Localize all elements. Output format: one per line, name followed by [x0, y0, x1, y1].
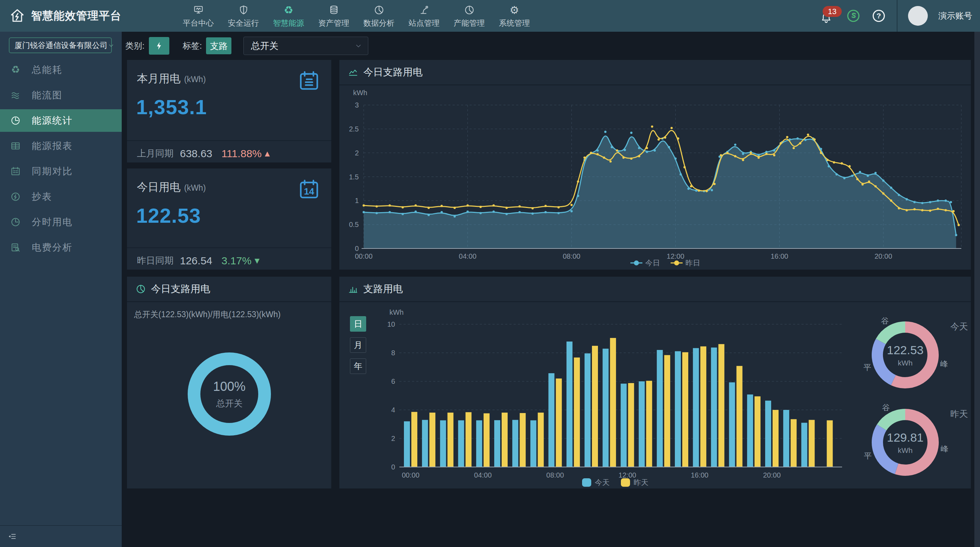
- svg-text:峰: 峰: [941, 444, 948, 453]
- meter-icon: [10, 191, 21, 202]
- svg-text:16:00: 16:00: [770, 252, 788, 260]
- today-branch-line-card: 今日支路用电 00.511.522.53kWh00:0004:0008:0012…: [339, 60, 971, 270]
- svg-text:kWh: kWh: [898, 446, 913, 454]
- nav-item-5[interactable]: 站点管理: [401, 0, 447, 32]
- monitor-icon: [193, 3, 204, 17]
- period-button-0[interactable]: 日: [350, 316, 366, 331]
- svg-text:122.53: 122.53: [887, 343, 924, 357]
- tag-branch-button[interactable]: 支路: [206, 37, 231, 54]
- branch-usage-bar-card: 支路用电 日月年 0246810kWh00:0004:0008:0012:001…: [339, 277, 971, 488]
- card-title: 今日支路用电: [151, 282, 210, 296]
- nav-item-2[interactable]: ♻智慧能源: [266, 0, 311, 32]
- category-electric-button[interactable]: [149, 37, 169, 55]
- svg-text:昨日: 昨日: [686, 259, 700, 267]
- chevron-down-icon: [355, 42, 362, 50]
- sidebar-item-0[interactable]: ♻总能耗: [0, 59, 122, 81]
- svg-text:kWh: kWh: [898, 359, 913, 367]
- avatar[interactable]: [908, 6, 928, 26]
- svg-text:100%: 100%: [213, 379, 245, 394]
- notification-badge: 13: [822, 6, 842, 17]
- compare-label: 上月同期: [137, 147, 173, 160]
- svg-text:00:00: 00:00: [355, 252, 372, 260]
- svg-text:0: 0: [391, 463, 395, 471]
- scrollbar[interactable]: [974, 32, 980, 547]
- svg-text:12:00: 12:00: [619, 471, 636, 479]
- lightning-icon: [154, 41, 164, 51]
- nav-item-1[interactable]: 安全运行: [221, 0, 266, 32]
- svg-text:今天: 今天: [950, 322, 968, 331]
- day-usage-value: 122.53: [136, 204, 201, 227]
- line-chart-icon: [348, 67, 358, 78]
- donut-subtitle: 总开关(122.53)(kWh)/用电(122.53)(kWh): [134, 309, 280, 320]
- sidebar-item-7[interactable]: 电费分析: [0, 236, 122, 259]
- svg-text:0: 0: [355, 244, 359, 252]
- svg-text:3: 3: [355, 101, 359, 109]
- gear-icon: ⚙: [510, 3, 519, 17]
- pie-chart-icon: [135, 284, 146, 294]
- sidebar-collapse-button[interactable]: [0, 525, 122, 547]
- percent-down: 3.17%▼: [221, 255, 261, 267]
- recycle-icon: ♻: [10, 64, 21, 75]
- svg-text:8: 8: [391, 349, 395, 357]
- calendar-14-icon: 14: [298, 178, 321, 201]
- today-branch-donut-card: 今日支路用电 总开关(122.53)(kWh)/用电(122.53)(kWh) …: [127, 277, 331, 488]
- svg-text:00:00: 00:00: [402, 471, 420, 479]
- topbar-divider: [897, 0, 897, 32]
- company-select[interactable]: 厦门锐谷通信设备有限公司: [9, 37, 112, 53]
- shield-icon: [238, 3, 249, 17]
- tag-label: 标签:: [183, 40, 202, 51]
- sidebar: 厦门锐谷通信设备有限公司 ♻总能耗能流图能源统计能源报表同期对比抄表分时用电电费…: [0, 32, 122, 547]
- period-button-2[interactable]: 年: [350, 358, 366, 374]
- sidebar-item-5[interactable]: 抄表: [0, 186, 122, 208]
- svg-text:4: 4: [391, 406, 395, 414]
- top-navigation: 平台中心安全运行♻智慧能源资产管理数据分析站点管理产能管理⚙系统管理: [176, 0, 537, 32]
- robot-arm-icon: [419, 3, 430, 17]
- percent-up: 111.88%▲: [221, 147, 272, 160]
- sidebar-item-2[interactable]: 能源统计: [0, 109, 122, 132]
- svg-text:08:00: 08:00: [563, 252, 580, 260]
- svg-text:2.5: 2.5: [349, 125, 359, 133]
- svg-text:6: 6: [391, 377, 395, 385]
- nav-item-3[interactable]: 资产管理: [311, 0, 356, 32]
- card-unit: (kWh): [184, 75, 206, 84]
- calendar-list-icon: [298, 69, 321, 92]
- clock-pie-icon: [10, 216, 21, 228]
- nav-item-7[interactable]: ⚙系统管理: [492, 0, 537, 32]
- card-unit: (kWh): [184, 183, 206, 193]
- nav-item-0[interactable]: 平台中心: [176, 0, 221, 32]
- sidebar-item-3[interactable]: 能源报表: [0, 135, 122, 157]
- card-title: 支路用电: [363, 282, 403, 296]
- nav-item-6[interactable]: 产能管理: [447, 0, 492, 32]
- svg-text:昨天: 昨天: [633, 478, 648, 487]
- sidebar-item-1[interactable]: 能流图: [0, 84, 122, 106]
- total-switch-donut-chart: 100%总开关: [127, 302, 331, 488]
- month-usage-value: 1,353.1: [136, 95, 207, 119]
- svg-text:12:00: 12:00: [667, 252, 684, 260]
- help-icon[interactable]: ?: [871, 8, 886, 23]
- user-name[interactable]: 演示账号: [939, 10, 972, 22]
- svg-text:14: 14: [304, 186, 314, 197]
- app-title: 智慧能效管理平台: [31, 8, 121, 23]
- sidebar-item-6[interactable]: 分时用电: [0, 211, 122, 233]
- svg-text:16:00: 16:00: [691, 471, 708, 479]
- svg-text:今日: 今日: [645, 259, 660, 267]
- svg-text:昨天: 昨天: [950, 409, 968, 419]
- branch-select[interactable]: 总开关: [243, 36, 368, 55]
- today-branch-line-chart: 00.511.522.53kWh00:0004:0008:0012:0016:0…: [339, 85, 971, 270]
- svg-text:04:00: 04:00: [459, 252, 477, 260]
- home-bolt-icon: [9, 8, 25, 24]
- topbar: 智慧能效管理平台 平台中心安全运行♻智慧能源资产管理数据分析站点管理产能管理⚙系…: [0, 0, 980, 32]
- svg-text:平: 平: [864, 363, 871, 372]
- nav-item-4[interactable]: 数据分析: [356, 0, 401, 32]
- card-title: 今日支路用电: [363, 65, 423, 79]
- svg-text:1.5: 1.5: [349, 173, 359, 181]
- collapse-icon: [8, 532, 17, 541]
- sidebar-item-4[interactable]: 同期对比: [0, 160, 122, 182]
- category-label: 类别:: [125, 40, 145, 51]
- company-name: 厦门锐谷通信设备有限公司: [14, 40, 108, 51]
- period-button-1[interactable]: 月: [350, 337, 366, 353]
- notifications-button[interactable]: 13: [820, 7, 835, 24]
- card-title: 本月用电: [137, 71, 181, 86]
- app-logo[interactable]: 智慧能效管理平台: [9, 0, 121, 32]
- status-circle-icon[interactable]: [846, 8, 861, 23]
